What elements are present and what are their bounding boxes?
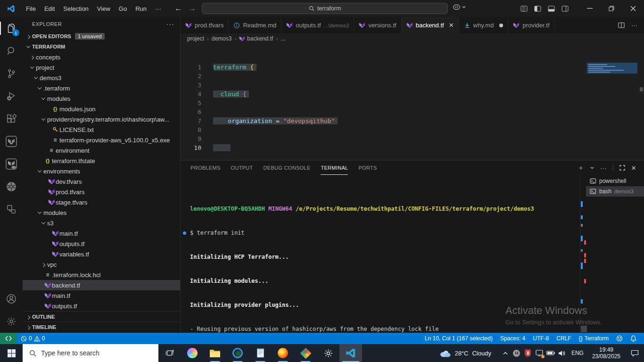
tab-problems[interactable]: PROBLEMS	[190, 161, 221, 175]
language-mode-status[interactable]: {}Terraform	[575, 333, 612, 344]
menu-overflow-icon[interactable]: ···	[151, 5, 165, 12]
remote-indicator[interactable]	[0, 333, 17, 344]
session-bash[interactable]: bash demos3	[586, 186, 644, 197]
menu-view[interactable]: View	[93, 5, 115, 12]
settings-gear-icon[interactable]	[0, 310, 23, 333]
command-center-search[interactable]: terraform	[202, 3, 448, 14]
cursor-position-status[interactable]: Ln 10, Col 1 (167 selected)	[421, 333, 496, 344]
copilot-menu-button[interactable]	[453, 4, 466, 10]
tab-versions-tf[interactable]: versions.tf	[354, 17, 401, 33]
menu-edit[interactable]: Edit	[40, 5, 59, 12]
tree-item-dev-tfvars[interactable]: dev.tfvars	[23, 176, 180, 187]
toggle-panel-icon[interactable]	[548, 6, 555, 12]
eol-status[interactable]: CRLF	[553, 333, 575, 344]
tree-item-environments[interactable]: environments	[23, 166, 180, 176]
terminal-profile-chevron-icon[interactable]	[590, 166, 594, 169]
tab-outputs-tf[interactable]: outputs.tf...\demos3	[281, 17, 354, 33]
customize-layout-icon[interactable]	[520, 6, 528, 12]
language-indicator[interactable]: ENG	[568, 350, 587, 356]
toggle-secondary-sidebar-icon[interactable]	[561, 6, 569, 12]
breadcrumb-demos3[interactable]: demos3	[212, 35, 232, 42]
more-actions-icon[interactable]: ···	[631, 22, 637, 29]
tree-item-demos3[interactable]: demos3	[23, 73, 180, 83]
tree-item-provider-exe[interactable]: ≡terraform-provider-aws_v5.100.0_x5.exe	[23, 135, 180, 145]
vscode-taskbar-icon[interactable]	[339, 344, 362, 362]
diamond-app-icon[interactable]	[294, 344, 317, 362]
tab-terminal[interactable]: TERMINAL	[321, 161, 348, 175]
source-control-icon[interactable]	[0, 62, 23, 85]
tab-readme-md[interactable]: Readme.md	[229, 17, 281, 33]
terraform-view-icon[interactable]	[0, 130, 23, 153]
firefox-icon[interactable]	[272, 344, 294, 362]
close-window-button[interactable]	[622, 0, 644, 17]
terminal[interactable]: lenovo@DESKTOP-BQ5AHDH MINGW64 /e/Projec…	[181, 175, 581, 333]
panel-more-actions-icon[interactable]: ···	[600, 165, 607, 172]
encoding-status[interactable]: UTF-8	[529, 333, 553, 344]
tree-item-providers[interactable]: providers\registry.terraform.io\hashicor…	[23, 114, 180, 124]
tree-item-s3[interactable]: s3	[23, 218, 180, 228]
terminal-scrollbar[interactable]	[581, 326, 587, 332]
tab-backend-tf[interactable]: backend.tf✕	[402, 17, 459, 33]
outline-section[interactable]: OUTLINE	[23, 311, 180, 321]
new-terminal-icon[interactable]: ＋	[578, 164, 584, 172]
hidden-icons-chevron[interactable]	[500, 344, 511, 362]
taskbar-search[interactable]: Type here to search	[23, 344, 158, 362]
tree-item-backend-tf[interactable]: backend.tf	[23, 280, 180, 290]
kubernetes-view-icon[interactable]	[0, 175, 23, 198]
terraform-cloud-view-icon[interactable]	[0, 153, 23, 175]
split-editor-icon[interactable]	[618, 22, 625, 28]
tree-item-stage-tfvars[interactable]: stage.tfvars	[23, 197, 180, 207]
volume-icon[interactable]	[556, 344, 568, 362]
search-view-icon[interactable]	[0, 40, 23, 62]
session-powershell[interactable]: powershell	[586, 176, 644, 186]
toggle-primary-sidebar-icon[interactable]	[534, 6, 541, 12]
tab-provider-tf[interactable]: provider.tf	[508, 17, 554, 33]
workspace-root[interactable]: TERRAFORM	[23, 41, 180, 52]
back-arrow-icon[interactable]: ←	[174, 4, 182, 13]
accounts-icon[interactable]	[0, 288, 23, 310]
notepad-icon[interactable]	[249, 344, 272, 362]
menu-selection[interactable]: Selection	[59, 5, 92, 12]
menu-file[interactable]: File	[22, 5, 40, 12]
menu-run[interactable]: Run	[131, 5, 151, 12]
tree-item-outputs-tf[interactable]: outputs.tf	[23, 301, 180, 311]
close-panel-icon[interactable]: ✕	[631, 165, 636, 172]
tree-item-prod-tfvars[interactable]: prod.tfvars	[23, 187, 180, 197]
editor-scrollbar[interactable]	[640, 87, 643, 91]
tab-output[interactable]: OUTPUT	[231, 161, 253, 175]
minimap[interactable]	[587, 44, 637, 152]
clock[interactable]: 19:49 23/08/2025	[587, 346, 625, 360]
tree-item-environment[interactable]: ≡environment	[23, 145, 180, 156]
tree-item-main-tf[interactable]: main.tf	[23, 290, 180, 301]
menu-go[interactable]: Go	[115, 5, 131, 12]
timeline-section[interactable]: TIMELINE	[23, 321, 180, 332]
maximize-panel-icon[interactable]	[619, 165, 625, 171]
remote-explorer-icon[interactable]	[0, 198, 23, 221]
copilot-app-icon[interactable]	[181, 344, 204, 362]
notifications-bell-icon[interactable]	[627, 333, 640, 344]
tab-ports[interactable]: PORTS	[358, 161, 377, 175]
indentation-status[interactable]: Spaces: 4	[496, 333, 529, 344]
display-notify-icon[interactable]	[534, 344, 545, 362]
tree-item-concepts[interactable]: concepts	[23, 52, 180, 62]
security-app-icon[interactable]: 8	[522, 344, 534, 362]
restore-button[interactable]	[601, 0, 622, 17]
tree-item-modules[interactable]: modules	[23, 93, 180, 104]
file-explorer-icon[interactable]	[204, 344, 226, 362]
breadcrumb-symbol[interactable]: ...	[281, 35, 285, 42]
extensions-icon[interactable]	[0, 107, 23, 130]
run-debug-icon[interactable]	[0, 85, 23, 107]
start-button[interactable]	[0, 344, 23, 362]
tree-item-modules-json[interactable]: {}modules.json	[23, 104, 180, 114]
breadcrumb-file[interactable]: backend.tf	[247, 35, 273, 42]
problems-status[interactable]: 0 0	[17, 333, 49, 344]
tree-item-project[interactable]: project	[23, 62, 180, 73]
close-tab-icon[interactable]: ✕	[449, 22, 454, 29]
tab-why-md[interactable]: why.md	[459, 17, 509, 33]
feedback-smiley-icon[interactable]	[612, 333, 627, 344]
settings-app-icon[interactable]	[317, 344, 339, 362]
explorer-icon[interactable]: 1	[0, 17, 23, 40]
explorer-more-actions-icon[interactable]: ···	[166, 20, 174, 28]
code-editor[interactable]: 12345678910 terraform { cloud { organiza…	[181, 44, 644, 160]
tree-item-s3-variables[interactable]: variables.tf	[23, 249, 180, 259]
